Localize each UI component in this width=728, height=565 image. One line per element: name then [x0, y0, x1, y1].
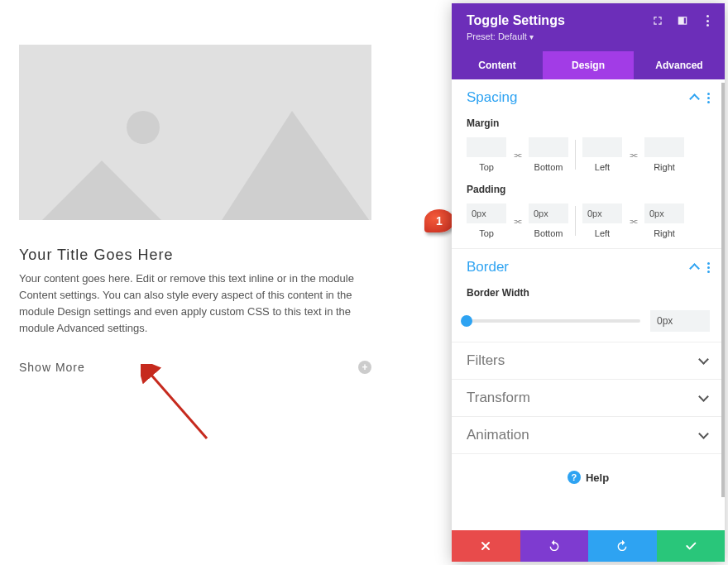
chevron-down-icon	[700, 430, 710, 440]
tab-advanced[interactable]: Advanced	[634, 51, 725, 79]
divider	[575, 140, 576, 170]
border-width-input[interactable]	[650, 310, 710, 332]
section-border-header[interactable]: Border	[467, 259, 710, 275]
section-filters: Filters	[452, 342, 725, 380]
padding-right-input[interactable]	[644, 203, 684, 223]
close-icon	[479, 539, 492, 553]
margin-right-input[interactable]	[644, 137, 684, 157]
content-preview: Your Title Goes Here Your content goes h…	[19, 45, 371, 374]
padding-link-icon[interactable]: ⫘	[513, 216, 522, 226]
margin-link-icon-2[interactable]: ⫘	[629, 150, 638, 160]
padding-inputs: Top ⫘ Bottom Left ⫘	[467, 203, 710, 238]
section-transform: Transform	[452, 380, 725, 417]
section-spacing-header[interactable]: Spacing	[467, 89, 710, 106]
section-border: Border Border Width	[452, 249, 725, 342]
check-icon	[684, 539, 697, 553]
tabs: Content Design Advanced	[452, 51, 725, 79]
panel-footer	[452, 530, 725, 562]
redo-button[interactable]	[588, 530, 657, 562]
margin-bottom-input[interactable]	[529, 137, 568, 157]
settings-panel: Toggle Settings Preset: Default Content …	[452, 3, 725, 562]
save-button[interactable]	[657, 530, 726, 562]
margin-link-icon[interactable]: ⫘	[513, 150, 522, 160]
chevron-down-icon	[700, 356, 710, 366]
chevron-down-icon	[700, 393, 710, 403]
margin-top-input[interactable]	[467, 137, 506, 157]
help-icon: ?	[568, 471, 581, 484]
expand-icon[interactable]	[652, 15, 663, 26]
tab-content[interactable]: Content	[452, 51, 543, 79]
svg-point-1	[127, 111, 160, 144]
svg-line-2	[149, 372, 207, 438]
section-animation: Animation	[452, 417, 725, 454]
preview-body: Your content goes here. Edit or remove t…	[19, 271, 371, 338]
panel-title: Toggle Settings	[467, 13, 565, 28]
help-row: ? Help	[452, 454, 725, 492]
padding-label: Padding	[467, 184, 710, 195]
padding-left-input[interactable]	[582, 203, 622, 223]
border-width-label: Border Width	[467, 287, 710, 299]
margin-label: Margin	[467, 117, 710, 129]
preset-selector[interactable]: Preset: Default	[467, 31, 713, 41]
chevron-up-icon	[691, 262, 701, 272]
help-link[interactable]: ? Help	[568, 471, 609, 484]
section-more-icon[interactable]	[707, 93, 710, 103]
chevron-up-icon	[691, 93, 701, 103]
more-icon[interactable]	[702, 15, 713, 26]
image-placeholder	[19, 45, 371, 220]
section-filters-header[interactable]: Filters	[467, 352, 710, 369]
plus-icon: +	[358, 361, 371, 374]
padding-bottom-input[interactable]	[529, 203, 568, 223]
panel-body: Spacing Margin Top ⫘ Bottom	[452, 79, 725, 530]
divider	[575, 206, 576, 236]
section-transform-header[interactable]: Transform	[467, 390, 710, 406]
border-width-control	[467, 310, 710, 332]
padding-top-input[interactable]	[467, 203, 506, 223]
panel-header: Toggle Settings Preset: Default	[452, 3, 725, 51]
undo-icon	[548, 539, 561, 553]
slider-thumb[interactable]	[461, 315, 472, 327]
section-more-icon[interactable]	[707, 262, 710, 273]
section-animation-header[interactable]: Animation	[467, 427, 710, 443]
padding-link-icon-2[interactable]: ⫘	[629, 216, 638, 226]
image-placeholder-icon	[19, 45, 371, 220]
show-more-row[interactable]: Show More +	[19, 361, 371, 374]
margin-left-input[interactable]	[582, 137, 622, 157]
margin-inputs: Top ⫘ Bottom Left ⫘	[467, 137, 710, 172]
callout-1: 1	[424, 209, 454, 232]
tab-design[interactable]: Design	[543, 51, 634, 79]
border-width-slider[interactable]	[467, 319, 640, 323]
section-spacing: Spacing Margin Top ⫘ Bottom	[452, 79, 725, 249]
annotation-arrow	[141, 364, 215, 447]
show-more-label: Show More	[19, 361, 85, 374]
cancel-button[interactable]	[452, 530, 520, 562]
redo-icon	[615, 539, 629, 553]
undo-button[interactable]	[520, 530, 589, 562]
panel-dock-icon[interactable]	[677, 15, 688, 26]
preview-title: Your Title Goes Here	[19, 247, 371, 264]
